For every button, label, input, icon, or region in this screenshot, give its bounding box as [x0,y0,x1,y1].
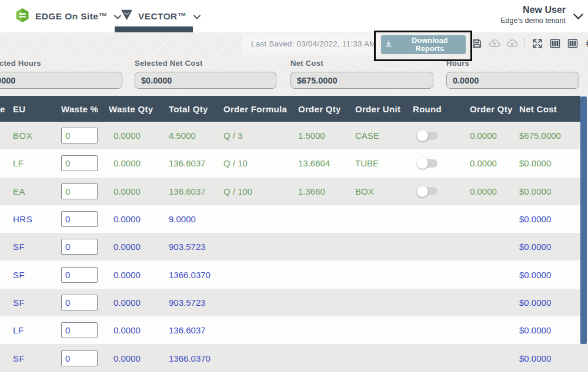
table-row[interactable]: SF 0.0000 1366.0370 $0.0000 [0,261,580,288]
eu-cell: LF [8,158,61,168]
waste-qty-cell: 0.0000 [109,242,169,252]
waste-percent-input[interactable] [61,239,98,255]
net-cost-cell: $0.0000 [519,325,580,335]
net-cost-input [290,72,433,89]
vector-logo-icon [121,9,133,23]
column-header-5[interactable]: Order Formula [223,104,298,114]
table-row[interactable]: SF 0.0000 1366.0370 $0.0000 [0,344,588,372]
column-header-6[interactable]: Order Qty [298,104,355,114]
net-cost-label: Net Cost [290,59,433,68]
expand-icon[interactable] [531,37,544,50]
chevron-down-icon [193,11,201,22]
waste-qty-cell: 0.0000 [109,158,169,168]
waste-percent-input[interactable] [61,267,98,283]
round-toggle[interactable] [417,159,437,168]
user-name: New User [500,5,566,15]
waste-qty-cell: 0.0000 [109,214,169,224]
table-columns-icon[interactable] [549,37,562,50]
download-reports-label: Download Reports [397,36,462,53]
order-unit-cell: TUBE [355,158,413,168]
waste-percent-input[interactable] [61,128,98,143]
download-reports-button[interactable]: Download Reports [381,35,466,54]
save-icon[interactable] [470,37,483,50]
table-row[interactable]: HRS 0.0000 9.0000 $0.0000 [0,205,580,233]
waste-percent-cell [61,295,109,310]
waste-percent-input[interactable] [61,155,98,171]
column-header-4[interactable]: Total Qty [169,104,223,114]
order-formula-cell: Q / 100 [223,186,298,196]
net-cost-cell: $0.0000 [519,298,580,308]
round-cell [413,187,470,195]
column-header-1[interactable]: EU [8,104,61,114]
waste-percent-input[interactable] [61,350,98,366]
net-cost-cell: $0.0000 [519,186,580,196]
column-header-8[interactable]: Round [413,104,470,114]
net-cost-field: Net Cost [290,59,433,89]
total-qty-cell: 136.6037 [169,325,223,335]
total-qty-cell: 903.5723 [169,298,223,308]
hours-field: Hours [446,59,579,89]
order-grid: eEUWaste %Waste QtyTotal QtyOrder Formul… [0,96,588,372]
edge-on-site-menu[interactable]: EDGE On Site™ [15,0,121,32]
column-header-0[interactable]: e [0,104,8,114]
waste-qty-cell: 0.0000 [109,298,169,308]
toolbar-icon-group: ⚙ [470,37,588,50]
table-row[interactable]: LF 0.0000 136.6037 Q / 10 13.6604 TUBE 0… [0,149,580,177]
waste-percent-input[interactable] [61,211,98,227]
eu-cell: EA [8,186,61,196]
total-qty-cell: 136.6037 [169,186,223,196]
round-toggle[interactable] [417,132,437,140]
eu-cell: HRS [8,214,61,224]
column-header-10[interactable]: Net Cost [519,104,580,114]
toolbar-divider [524,37,525,50]
net-cost-cell: $0.0000 [519,158,580,168]
table-columns-icon-2[interactable] [566,37,579,50]
column-header-3[interactable]: Waste Qty [109,104,169,114]
waste-percent-cell [61,211,109,227]
round-cell [413,132,470,140]
selected-hours-label: Selected Hours [0,59,122,68]
toggle-knob [417,158,428,169]
order-unit-cell: CASE [355,131,413,141]
waste-percent-input[interactable] [61,183,98,199]
edge-on-site-label: EDGE On Site™ [35,11,108,22]
user-chevron-down-icon[interactable] [573,12,583,22]
column-header-7[interactable]: Order Unit [355,104,413,114]
order-qty-cell: 1.5000 [298,131,355,141]
column-header-2[interactable]: Waste % [61,104,109,114]
selected-hours-input [0,72,122,89]
waste-percent-input[interactable] [61,295,98,310]
order-qty-cell: 13.6604 [298,158,355,168]
round-cell [413,159,470,168]
app-window: EDGE On Site™ VECTOR™ New User Edge's de… [0,0,588,374]
column-header-9[interactable]: Order Qty [470,104,519,114]
table-row[interactable]: SF 0.0000 903.5723 $0.0000 [0,233,580,261]
top-header: EDGE On Site™ VECTOR™ New User Edge's de… [0,0,588,32]
total-qty-cell: 9.0000 [169,214,223,224]
order-formula-cell: Q / 3 [223,131,298,141]
waste-percent-input[interactable] [61,322,98,338]
table-row[interactable]: BOX 0.0000 4.5000 Q / 3 1.5000 CASE 0.00… [0,122,580,149]
selected-hours-field: Selected Hours [0,59,122,89]
net-cost-cell: $0.0000 [519,214,580,224]
eu-cell: SF [8,270,61,280]
user-menu[interactable]: New User Edge's demo tenant [500,5,566,25]
cloud-upload-icon[interactable] [488,37,501,50]
selected-net-cost-input [135,72,276,89]
eu-cell: LF [8,325,61,335]
net-cost-cell: $675.0000 [519,131,580,141]
settings-gear-icon[interactable]: ⚙ [584,37,588,50]
table-row[interactable]: EA 0.0000 136.6037 Q / 100 1.3660 BOX 0.… [0,178,580,205]
waste-percent-cell [61,350,109,366]
round-toggle[interactable] [417,187,437,195]
download-icon [385,40,393,50]
cloud-download-icon[interactable] [506,37,519,50]
selected-net-cost-label: Selected Net Cost [135,59,276,68]
order-unit-cell: BOX [355,186,413,196]
waste-qty-cell: 0.0000 [109,186,169,196]
table-row[interactable]: SF 0.0000 903.5723 $0.0000 [0,289,580,316]
vertical-scrollbar-thumb[interactable] [580,96,587,344]
table-row[interactable]: LF 0.0000 136.6037 $0.0000 [0,316,580,344]
last-saved-text: Last Saved: 03/04/2022, 11:33 AM [251,39,376,48]
order-qty-cell: 1.3660 [298,186,355,196]
